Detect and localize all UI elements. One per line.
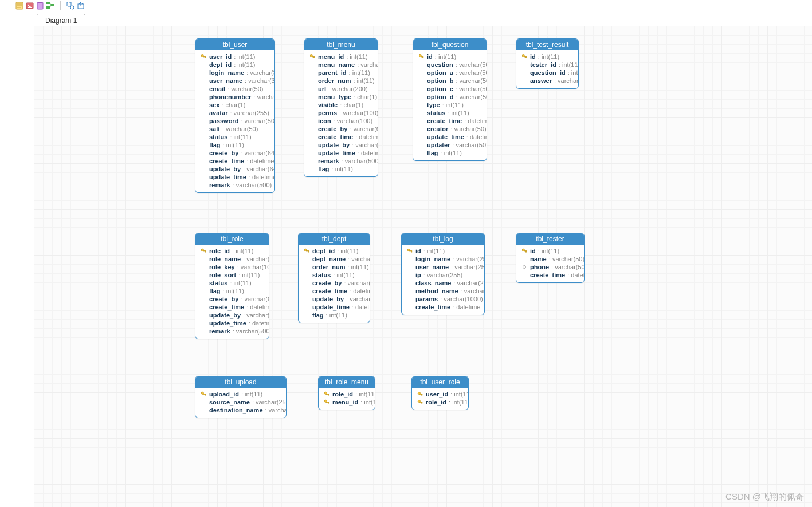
primary-key-icon (200, 391, 207, 398)
blank-icon (200, 174, 207, 180)
blank-icon (200, 150, 207, 156)
entity-tbl-test-result[interactable]: tbl_test_resultidint(11)tester_idint(11)… (516, 38, 579, 89)
blank-icon (200, 166, 207, 172)
column-name: option_b (427, 77, 453, 85)
column-type: int(11) (332, 165, 353, 173)
column-name: phonenumber (209, 93, 251, 101)
blank-icon (418, 85, 425, 92)
column-name: flag (427, 149, 438, 157)
entity-tbl-tester[interactable]: tbl_testeridint(11)namevarchar(50)phonev… (516, 233, 585, 283)
column-name: remark (209, 181, 230, 189)
column-row: option_avarchar(500) (415, 69, 484, 77)
column-row: role_idint(11) (321, 390, 372, 398)
entity-title: tbl_role_menu (319, 376, 375, 388)
entity-tbl-upload[interactable]: tbl_uploadupload_idint(11)source_namevar… (195, 376, 287, 418)
column-row: create_timedatetime (307, 133, 375, 141)
column-name: password (209, 117, 238, 125)
entity-tbl-role[interactable]: tbl_rolerole_idint(11)role_namevarchar(3… (195, 233, 269, 339)
column-type: varchar(500) (456, 93, 487, 101)
column-row: statusint(11) (198, 279, 266, 287)
column-row: flagint(11) (198, 287, 266, 295)
column-row: user_idint(11) (198, 53, 272, 61)
blank-icon (418, 93, 425, 100)
zoom-area-icon[interactable] (66, 2, 74, 10)
column-row: create_byvarchar(64) (307, 125, 375, 133)
column-name: id (530, 247, 536, 255)
column-name: status (209, 133, 227, 141)
entity-tbl-log[interactable]: tbl_logidint(11)login_namevarchar(255)us… (401, 233, 485, 315)
column-type: varchar(64) (243, 311, 269, 319)
column-type: datetime (464, 117, 487, 125)
column-row: login_namevarchar(30) (198, 69, 272, 77)
blank-icon (200, 264, 207, 270)
blank-icon (309, 133, 316, 140)
column-type: int(11) (449, 398, 469, 406)
blank-icon (200, 182, 207, 188)
entity-tbl-menu[interactable]: tbl_menumenu_idint(11)menu_namevarchar(5… (304, 38, 378, 177)
column-name: tester_id (530, 61, 556, 69)
primary-key-icon (303, 247, 310, 254)
column-row: role_namevarchar(30) (198, 255, 266, 263)
column-type: int(11) (238, 271, 260, 279)
column-row: idint(11) (519, 53, 576, 61)
column-type: char(1) (340, 101, 363, 109)
blank-icon (200, 256, 207, 262)
column-type: int(11) (241, 390, 262, 398)
column-row: option_bvarchar(500) (415, 77, 484, 85)
svg-rect-10 (51, 4, 54, 6)
column-type: varchar(64) (241, 295, 269, 303)
column-type: varchar(255) (252, 398, 287, 406)
svg-rect-40 (526, 251, 527, 252)
entity-tbl-question[interactable]: tbl_questionidint(11)questionvarchar(500… (413, 38, 487, 161)
entity-tbl-user-role[interactable]: tbl_user_roleuser_idint(11)role_idint(11… (411, 376, 469, 410)
column-type: varchar(500) (456, 77, 487, 85)
column-name: flag (312, 311, 324, 319)
entity-tbl-dept[interactable]: tbl_deptdept_idint(11)dept_namevarchar(3… (298, 233, 370, 323)
column-row: create_byvarchar(64) (198, 295, 266, 303)
blank-icon (200, 93, 207, 100)
blank-icon (309, 93, 316, 100)
tab-diagram-1[interactable]: Diagram 1 (37, 14, 85, 26)
column-row: questionvarchar(500) (415, 61, 484, 69)
column-type: varchar(50) (551, 263, 585, 271)
diagram-canvas[interactable]: tbl_useruser_idint(11)dept_idint(11)logi… (34, 26, 812, 507)
svg-point-5 (28, 5, 29, 6)
column-type: varchar(500) (456, 85, 487, 93)
column-type: int(11) (230, 279, 251, 287)
export-icon[interactable] (77, 2, 85, 10)
column-type: datetime (350, 287, 370, 295)
column-name: flag (209, 287, 221, 295)
entity-tbl-role-menu[interactable]: tbl_role_menurole_idint(11)menu_idint(11… (318, 376, 375, 410)
column-name: salt (209, 125, 220, 133)
column-name: dept_name (312, 255, 346, 263)
column-type: int(11) (360, 398, 375, 406)
column-name: method_name (415, 287, 458, 295)
column-row: idint(11) (519, 247, 582, 255)
column-row: role_sortint(11) (198, 271, 266, 279)
blank-icon (521, 272, 528, 278)
svg-rect-22 (314, 57, 315, 58)
column-row: create_timedatetime (415, 117, 484, 125)
blank-icon (200, 133, 207, 140)
svg-rect-13 (67, 2, 71, 6)
column-name: id (415, 247, 421, 255)
column-type: varchar(50) (357, 61, 378, 69)
column-name: update_by (312, 295, 344, 303)
column-name: email (209, 85, 225, 93)
blank-icon (200, 125, 207, 132)
note-icon[interactable] (15, 2, 23, 10)
entity-tbl-user[interactable]: tbl_useruser_idint(11)dept_idint(11)logi… (195, 38, 275, 193)
column-type: datetime (246, 157, 274, 165)
column-type: datetime (355, 133, 378, 141)
blank-icon (309, 85, 316, 92)
column-name: role_id (209, 247, 230, 255)
tree-plus-icon[interactable] (46, 2, 54, 10)
column-name: update_time (209, 319, 246, 327)
blank-icon (200, 69, 207, 76)
image-icon[interactable] (26, 2, 34, 10)
clip-icon[interactable] (36, 2, 44, 10)
column-type: datetime (249, 319, 269, 327)
column-row: source_namevarchar(255) (198, 398, 284, 406)
column-type: datetime (249, 173, 275, 181)
column-name: create_time (209, 303, 244, 311)
